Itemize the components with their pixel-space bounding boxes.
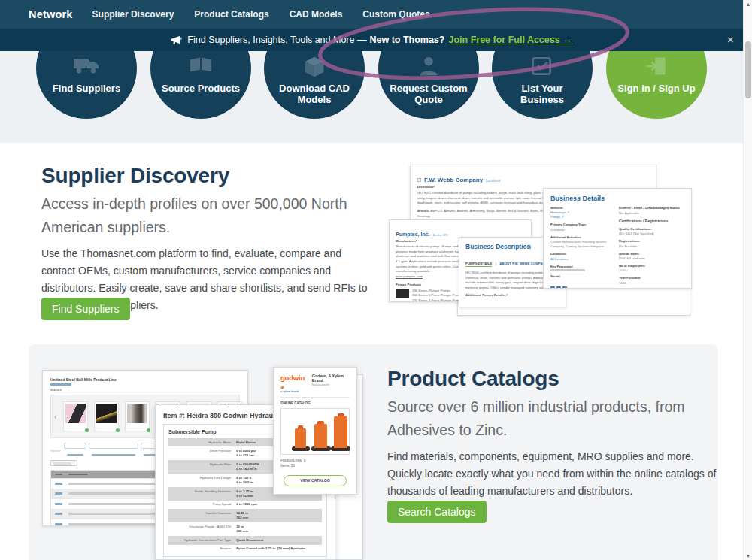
godwin-logo: godwin ⊕ a xylem brand <box>280 374 309 393</box>
business-details-left-column: Website: Homepage ↗ Pumps ↗ Primary Comp… <box>550 206 619 289</box>
supplier-name: Pumptec, Inc. <box>396 232 430 237</box>
section-body: Find materials, components, equipment, M… <box>387 448 724 500</box>
product-thumbnail <box>125 401 150 431</box>
top-nav: Network Supplier Discovery Product Catal… <box>0 0 743 29</box>
megaphone-icon <box>171 35 182 45</box>
close-icon[interactable]: ✕ <box>727 35 734 45</box>
quick-links-strip: Find Suppliers Source Products Download … <box>0 51 743 143</box>
quicklink-request-quote[interactable]: Request Custom Quote <box>378 51 479 119</box>
preview-card-business-details: Business Details Website: Homepage ↗ Pum… <box>543 188 692 289</box>
quicklink-list-business[interactable]: List Your Business <box>492 51 593 119</box>
banner-text-bold: New to Thomas? <box>369 35 444 45</box>
supplier-name: F.W. Webb Company <box>424 177 483 183</box>
product-line-title: Unitized Steel Ball Mills Product Line <box>50 377 240 382</box>
scroll-down-icon[interactable]: ▼ <box>744 553 752 558</box>
spec-row: Hydraulic Connections Port TypeQuick Dis… <box>168 536 322 544</box>
product-thumbnail <box>94 401 119 431</box>
locations-link: Locations <box>486 179 500 183</box>
tab-about-company: ABOUT F.W. WEBB COMPA <box>499 262 542 265</box>
text-line <box>550 269 585 271</box>
brand-network[interactable]: Network <box>29 8 73 20</box>
open-book-icon <box>150 56 251 75</box>
product-lines-count: Product Lines: 9 <box>280 458 350 463</box>
status-dot <box>147 428 150 432</box>
find-suppliers-button[interactable]: Find Suppliers <box>41 298 130 320</box>
text-line <box>50 383 71 386</box>
quicklink-label: Download CAD Models <box>264 83 365 106</box>
section-subtitle: Access in-depth profiles on over 500,000… <box>41 192 351 239</box>
facebook-icon: f <box>562 286 567 289</box>
checkbox <box>417 178 421 182</box>
images-label: IMAGES <box>50 389 240 392</box>
items-count: Items: 50 <box>280 463 350 468</box>
truck-icon <box>36 56 137 75</box>
search-catalogs-button[interactable]: Search Catalogs <box>387 501 487 523</box>
brands-label: Brands: <box>417 209 429 213</box>
product-thumbnail <box>63 401 88 431</box>
section-title: Product Catalogs <box>387 367 559 391</box>
twitter-icon: t <box>556 286 561 289</box>
preview-card-godwin-catalog: godwin ⊕ a xylem brand Godwin, A Xylem B… <box>273 367 357 495</box>
pumps-link: Pumps ↗ <box>550 215 614 219</box>
scrollbar[interactable]: ▲ ▼ <box>743 0 752 560</box>
quicklink-label: Request Custom Quote <box>378 83 479 106</box>
compare-chip <box>50 460 77 466</box>
person-icon <box>378 56 479 77</box>
section-title: Supplier Discovery <box>41 164 229 188</box>
promo-banner: Find Suppliers, Insights, Tools and More… <box>0 29 743 51</box>
nav-custom-quotes[interactable]: Custom Quotes <box>362 9 429 20</box>
card-title: Business Details <box>550 195 684 202</box>
spec-row: Discharge Flange - ANSI 15012 in 305 mm <box>168 522 322 536</box>
quicklink-label: Find Suppliers <box>36 83 137 94</box>
checklist-icon <box>492 56 593 77</box>
supplier-location: Anoka, MN <box>433 233 448 237</box>
cad-cube-icon <box>264 56 365 78</box>
supplier-description: Manufacturer of electric pumps. Pumps an… <box>396 244 468 274</box>
filter-pill <box>89 443 138 449</box>
quicklink-label: Source Products <box>150 83 251 94</box>
thomasnet-homepage: Network Supplier Discovery Product Catal… <box>0 0 752 560</box>
spec-row: Pump Speed0 to 1800 rpm <box>168 501 322 509</box>
spec-row: StrainerNylon Coated with 2.75 in. (70 m… <box>168 545 322 553</box>
nav-supplier-discovery[interactable]: Supplier Discovery <box>92 9 174 20</box>
status-dot <box>116 428 120 432</box>
carousel-prev-icon: ‹ <box>54 412 57 421</box>
pumps-image <box>280 408 350 455</box>
quicklink-download-cad[interactable]: Download CAD Models <box>264 51 365 119</box>
additional-details-link: Additional Pumps Details ↗ <box>465 293 559 298</box>
tab-pumps-details: PUMPS DETAILS <box>465 262 492 267</box>
quicklink-label: Sign In / Sign Up <box>606 83 707 94</box>
nav-product-catalogs[interactable]: Product Catalogs <box>194 9 268 20</box>
product-link: 200 Series 3-Piece Plunger Pumps <box>412 298 462 302</box>
product-link: 190 Series Plunger Pumps <box>412 289 462 294</box>
quicklink-sign-in[interactable]: Sign In / Sign Up <box>606 51 707 119</box>
business-details-right-column: Diverse / Small / Disadvantaged Status N… <box>619 206 684 289</box>
spec-row: Impeller Diameter14.25 in 362 mm <box>168 509 322 522</box>
status-dot <box>85 428 89 432</box>
quicklink-label: List Your Business <box>492 83 593 106</box>
scrollbar-thumb[interactable] <box>745 41 751 98</box>
scroll-up-icon[interactable]: ▲ <box>744 2 752 7</box>
quicklink-find-suppliers[interactable]: Find Suppliers <box>36 51 137 119</box>
section-subtitle: Source over 6 million industrial product… <box>387 395 712 442</box>
join-free-link[interactable]: Join Free for Full Access → <box>448 35 572 45</box>
view-catalog-button: VIEW CATALOG <box>284 475 347 486</box>
brand-type: Manufacturer <box>312 383 350 386</box>
filter-pill <box>64 443 86 449</box>
sign-in-icon <box>606 56 707 77</box>
banner-text: Find Suppliers, Insights, Tools and More… <box>187 35 366 45</box>
brand-name: Godwin, A Xylem Brand <box>312 374 350 383</box>
linkedin-icon: in <box>550 286 555 289</box>
product-link: 200 Series 5-Piece Plunger Pumps <box>412 293 462 298</box>
quicklink-source-products[interactable]: Source Products <box>150 51 251 119</box>
nav-cad-models[interactable]: CAD Models <box>290 9 343 20</box>
online-catalog-label: ONLINE CATALOG <box>280 401 350 405</box>
product-thumbnail <box>396 289 409 298</box>
